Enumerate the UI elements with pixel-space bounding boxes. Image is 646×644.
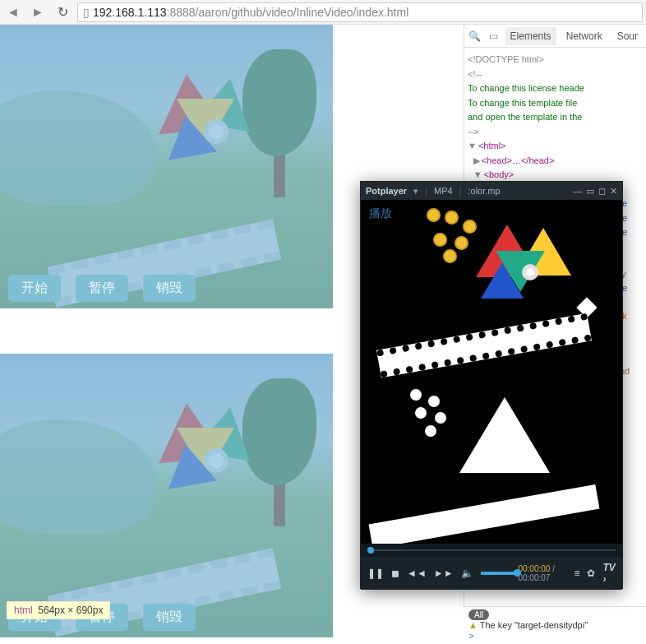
potplayer-name: Potplayer [366,186,407,196]
url-host: 192.168.1.113 [93,6,167,19]
pause-icon[interactable]: ❚❚ [367,568,384,579]
potplayer-window[interactable]: Potplayer▾ | MP4 | :olor.mp — ▭ ◻ ✕ 播放 [360,181,623,589]
reload-button[interactable]: ↻ [53,2,72,22]
next-icon[interactable]: ►► [434,568,454,579]
filter-all[interactable]: All [468,609,489,620]
potplayer-video[interactable]: 播放 [361,200,622,544]
menu-icon[interactable]: ≡ [574,568,579,579]
video-block-1: 开始 暂停 销毁 [0,25,333,308]
tab-network[interactable]: Network [561,27,607,45]
destroy-button[interactable]: 销毁 [143,275,196,302]
tooltip-dims: 564px × 690px [38,605,103,616]
devtools-console: All ▲ The key "target-densitydpi" > [464,606,646,644]
forward-button: ► [28,2,48,22]
potplayer-controls: ❚❚ ◼ ◄◄ ►► 🔈 00:00:00 / 00:00:07 ≡ ✿ TV … [361,557,622,590]
tab-elements[interactable]: Elements [505,27,556,45]
tab-sources[interactable]: Sour [612,27,643,45]
time-display: 00:00:00 / 00:00:07 [518,564,566,582]
button-row-1: 开始 暂停 销毁 [8,275,196,302]
page-icon: ▯ [83,6,90,19]
potplayer-filename: :olor.mp [468,186,500,196]
prev-icon[interactable]: ◄◄ [407,568,427,579]
devtools-toolbar: 🔍 ▭ Elements Network Sour [464,25,646,48]
tv-button[interactable]: TV › [602,562,616,585]
stop-icon[interactable]: ◼ [391,568,399,579]
minimize-icon[interactable]: — [573,186,582,197]
inspector-tooltip: html 564px × 690px [7,601,110,619]
potplayer-titlebar[interactable]: Potplayer▾ | MP4 | :olor.mp — ▭ ◻ ✕ [361,182,622,200]
url-port: :8888 [167,6,196,19]
address-bar[interactable]: ▯ 192.168.1.113:8888/aaron/github/video/… [77,2,643,22]
video-block-2: 开始 暂停 销毁 [0,354,333,637]
start-button[interactable]: 开始 [8,275,61,302]
destroy-button-2[interactable]: 销毁 [143,604,196,631]
url-path: /aaron/github/video/InlineVideo/index.ht… [196,6,409,19]
console-warning: The key "target-densitydpi" [480,620,588,630]
potplayer-format: MP4 [434,186,453,196]
console-prompt[interactable]: > [468,631,473,641]
seek-bar[interactable] [361,544,622,557]
playback-label: 播放 [369,206,392,221]
settings-icon[interactable]: ✿ [587,568,595,579]
restore-icon[interactable]: ▭ [586,186,594,197]
close-icon[interactable]: ✕ [610,186,617,197]
volume-icon[interactable]: 🔈 [461,568,473,579]
maximize-icon[interactable]: ◻ [598,186,606,197]
back-button[interactable]: ◄ [3,2,23,22]
browser-toolbar: ◄ ► ↻ ▯ 192.168.1.113:8888/aaron/github/… [0,0,646,25]
device-icon[interactable]: ▭ [487,29,501,44]
search-icon[interactable]: 🔍 [468,29,482,44]
volume-slider[interactable] [481,572,511,575]
pause-button[interactable]: 暂停 [76,275,128,302]
tooltip-tag: html [14,605,33,616]
